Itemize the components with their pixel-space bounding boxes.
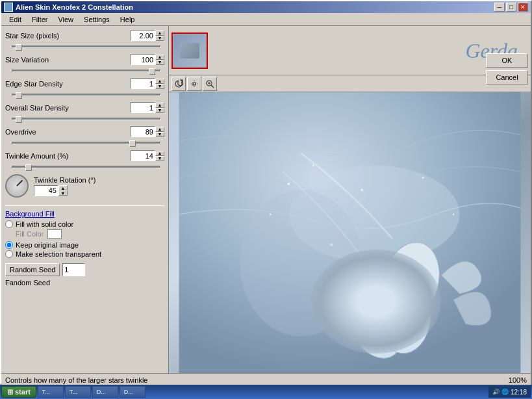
svg-point-20 xyxy=(330,244,333,246)
overall-star-density-label: Overall Star Density xyxy=(5,104,131,112)
background-fill-section: Background Fill Fill with solid color Fi… xyxy=(5,210,164,259)
refresh-button[interactable] xyxy=(171,77,186,91)
title-bar: Alien Skin Xenofex 2 Constellation ─ □ ✕ xyxy=(1,1,531,13)
overdrive-track xyxy=(12,142,161,144)
ok-button[interactable]: OK xyxy=(486,53,528,68)
overdrive-thumb[interactable] xyxy=(129,140,136,147)
fill-solid-row: Fill with solid color xyxy=(5,220,164,228)
menu-view[interactable]: View xyxy=(53,14,79,25)
svg-point-18 xyxy=(422,177,424,179)
make-transparent-row: Make selection transparent xyxy=(5,250,164,258)
taskbar-item-2[interactable]: T... xyxy=(65,386,91,398)
overdrive-down[interactable]: ▼ xyxy=(155,132,164,137)
menu-bar: Edit Filter View Settings Help xyxy=(1,13,531,26)
random-seed-button[interactable]: Random Seed xyxy=(5,263,60,276)
twinkle-rotation-up[interactable]: ▲ xyxy=(58,185,68,190)
thumbnail-strip: Gerda OK Cancel xyxy=(169,26,531,75)
zoom-button[interactable] xyxy=(203,77,217,91)
status-text: Controls how many of the larger stars tw… xyxy=(5,376,509,384)
menu-settings[interactable]: Settings xyxy=(79,14,115,25)
star-size-input[interactable] xyxy=(131,30,155,41)
random-seed-row: Random Seed xyxy=(5,263,164,276)
overall-star-density-thumb[interactable] xyxy=(16,116,22,123)
close-button[interactable]: ✕ xyxy=(518,3,528,12)
section-divider xyxy=(5,205,164,206)
star-size-slider-row xyxy=(5,43,164,51)
taskbar-item-4[interactable]: D... xyxy=(120,386,146,398)
size-variation-up[interactable]: ▲ xyxy=(155,55,164,60)
fill-color-label: Fill Color xyxy=(16,230,44,238)
taskbar-item-3[interactable]: D... xyxy=(92,386,118,398)
keep-original-radio[interactable] xyxy=(5,241,13,249)
twinkle-amount-track xyxy=(12,166,161,168)
overdrive-row: Overdrive ▲ ▼ xyxy=(5,126,164,137)
star-size-up[interactable]: ▲ xyxy=(155,31,164,36)
overdrive-input[interactable] xyxy=(131,126,155,137)
svg-point-17 xyxy=(270,213,272,215)
edge-star-density-input[interactable] xyxy=(131,78,155,89)
pan-icon xyxy=(190,79,199,88)
overall-star-density-row: Overall Star Density ▲ ▼ xyxy=(5,102,164,113)
svg-point-13 xyxy=(392,297,423,322)
menu-filter[interactable]: Filter xyxy=(27,14,53,25)
svg-point-8 xyxy=(343,249,429,350)
random-seed-input[interactable] xyxy=(62,263,85,276)
preview-svg xyxy=(169,92,531,373)
menu-edit[interactable]: Edit xyxy=(4,14,27,25)
make-transparent-radio[interactable] xyxy=(5,250,13,258)
svg-point-19 xyxy=(453,213,455,215)
window-title: Alien Skin Xenofex 2 Constellation xyxy=(16,3,133,11)
star-size-row: Star Size (pixels) ▲ ▼ xyxy=(5,30,164,41)
size-variation-row: Size Variation ▲ ▼ xyxy=(5,54,164,65)
taskbar-items: T... T... D... D... xyxy=(38,386,488,398)
size-variation-down[interactable]: ▼ xyxy=(155,60,164,65)
size-variation-track xyxy=(12,70,161,72)
twinkle-amount-thumb[interactable] xyxy=(25,164,32,171)
overall-star-density-input[interactable] xyxy=(131,102,155,113)
star-size-thumb[interactable] xyxy=(16,44,22,51)
overall-star-density-up[interactable]: ▲ xyxy=(155,103,164,108)
pan-button[interactable] xyxy=(187,77,201,91)
left-panel: Star Size (pixels) ▲ ▼ Size Variation xyxy=(1,26,169,373)
edge-star-density-down[interactable]: ▼ xyxy=(155,84,164,89)
zoom-icon xyxy=(205,79,214,88)
star-size-down[interactable]: ▼ xyxy=(155,36,164,41)
twinkle-rotation-down[interactable]: ▼ xyxy=(58,190,68,196)
rotation-dial[interactable] xyxy=(5,174,29,198)
minimize-button[interactable]: ─ xyxy=(494,3,505,12)
keep-original-row: Keep original image xyxy=(5,241,164,249)
thumbnail-item-selected[interactable] xyxy=(171,32,208,69)
background-fill-title[interactable]: Background Fill xyxy=(5,210,164,218)
twinkle-amount-up[interactable]: ▲ xyxy=(155,151,164,156)
fill-color-swatch[interactable] xyxy=(47,229,62,238)
menu-help[interactable]: Help xyxy=(115,14,140,25)
twinkle-amount-input[interactable] xyxy=(131,150,155,161)
twinkle-rotation-input[interactable] xyxy=(34,185,58,196)
start-button[interactable]: ⊞ start xyxy=(1,386,36,398)
preview-toolbar xyxy=(169,75,531,92)
fill-solid-radio[interactable] xyxy=(5,220,13,228)
twinkle-amount-slider-row xyxy=(5,163,164,171)
taskbar-item-1[interactable]: T... xyxy=(38,386,64,398)
fandom-seed-label: Fandom Seed xyxy=(5,279,50,287)
overall-star-density-down[interactable]: ▼ xyxy=(155,108,164,113)
overdrive-label: Overdrive xyxy=(5,128,131,136)
svg-point-7 xyxy=(240,190,362,336)
right-panel: Gerda OK Cancel xyxy=(169,26,531,373)
edge-star-density-thumb[interactable] xyxy=(16,92,22,99)
overdrive-up[interactable]: ▲ xyxy=(155,127,164,132)
app-icon xyxy=(4,3,13,12)
edge-star-density-up[interactable]: ▲ xyxy=(155,79,164,84)
cancel-button[interactable]: Cancel xyxy=(486,70,528,84)
start-icon: ⊞ xyxy=(7,388,13,396)
size-variation-thumb[interactable] xyxy=(149,68,155,75)
maximize-button[interactable]: □ xyxy=(506,3,516,12)
svg-line-2 xyxy=(211,85,214,88)
twinkle-rotation-label: Twinkle Rotation (°) xyxy=(34,176,96,184)
status-bar: Controls how many of the larger stars tw… xyxy=(1,373,531,386)
twinkle-amount-down[interactable]: ▼ xyxy=(155,156,164,161)
size-variation-input[interactable] xyxy=(131,54,155,65)
star-size-track xyxy=(12,45,161,48)
size-variation-label: Size Variation xyxy=(5,56,131,64)
keep-original-label: Keep original image xyxy=(16,241,79,249)
